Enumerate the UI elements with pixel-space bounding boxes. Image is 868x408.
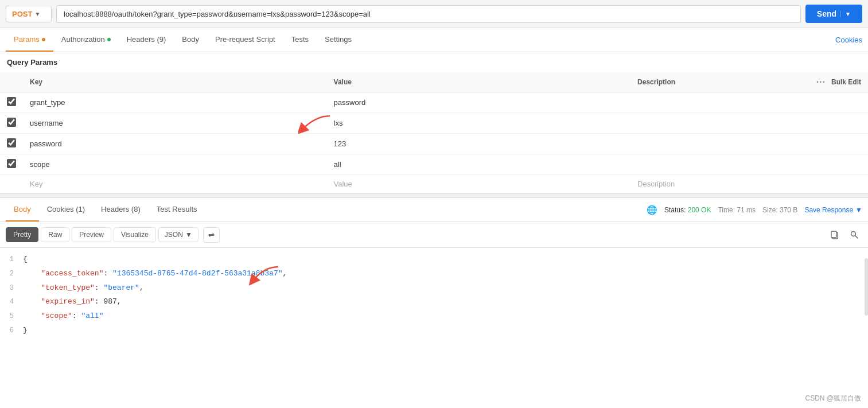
method-chevron-icon: ▼ xyxy=(34,11,40,17)
tab-tests[interactable]: Tests xyxy=(283,28,317,52)
send-button[interactable]: Send ▼ xyxy=(805,5,862,23)
json-brace: { xyxy=(23,255,28,263)
tab-headers[interactable]: Headers (9) xyxy=(119,28,174,52)
table-row: scope all xyxy=(0,154,868,175)
tab-body[interactable]: Body xyxy=(174,28,207,52)
size-value: Size: 370 B xyxy=(762,206,797,214)
code-content: } xyxy=(23,325,868,337)
row-checkbox[interactable] xyxy=(7,159,16,168)
row-desc-cell xyxy=(630,154,868,175)
status-code: 200 OK xyxy=(688,206,711,214)
row-value[interactable]: all xyxy=(334,160,341,169)
row-checkbox[interactable] xyxy=(7,97,16,106)
row-checkbox-cell xyxy=(0,92,23,113)
authorization-dot xyxy=(107,38,111,41)
tab-settings[interactable]: Settings xyxy=(317,28,360,52)
row-desc-cell xyxy=(630,113,868,134)
more-icon[interactable]: ··· xyxy=(816,77,826,87)
format-tabs-row: Pretty Raw Preview Visualize JSON ▼ ⇌ xyxy=(0,222,868,248)
col-description: Description ··· Bulk Edit xyxy=(630,72,868,92)
table-row: grant_type password xyxy=(0,92,868,113)
json-key: "expires_in" xyxy=(41,297,95,306)
fmt-visualize[interactable]: Visualize xyxy=(114,227,156,242)
row-value[interactable]: 123 xyxy=(334,139,347,148)
line-number: 1 xyxy=(0,254,23,265)
line-number: 4 xyxy=(0,297,23,308)
tab-tests-label: Tests xyxy=(291,35,309,44)
json-brace: } xyxy=(23,326,28,335)
response-body-label: Body xyxy=(14,205,31,213)
json-key: "token_type" xyxy=(41,283,95,292)
json-value: "1365345d-8765-47d4-8d2f-563a31a8b3a7" xyxy=(112,269,282,278)
tab-headers-label: Headers (9) xyxy=(127,35,166,44)
tab-prerequest[interactable]: Pre-request Script xyxy=(207,28,283,52)
tab-prerequest-label: Pre-request Script xyxy=(215,35,275,44)
row-key-cell: username xyxy=(23,113,327,134)
table-row: username lxs xyxy=(0,113,868,134)
row-desc-cell xyxy=(630,134,868,154)
json-format-dropdown[interactable]: JSON ▼ xyxy=(158,227,198,242)
params-dot xyxy=(42,38,45,41)
code-content: "access_token": "1365345d-8765-47d4-8d2f… xyxy=(23,268,868,280)
url-input[interactable] xyxy=(56,5,801,23)
empty-value-placeholder[interactable]: Value xyxy=(334,180,352,188)
row-key[interactable]: password xyxy=(30,139,62,148)
right-icons xyxy=(827,227,862,243)
code-content: { xyxy=(23,254,868,266)
json-value: 987 xyxy=(103,297,116,306)
save-response-button[interactable]: Save Response ▼ xyxy=(804,206,862,214)
line-number: 5 xyxy=(0,311,23,322)
row-checkbox[interactable] xyxy=(7,138,16,147)
query-params-section: Query Params Key Value Description ··· B… xyxy=(0,52,868,193)
row-key[interactable]: grant_type xyxy=(30,98,65,107)
response-testresults-label: Test Results xyxy=(157,205,197,213)
empty-key-placeholder[interactable]: Key xyxy=(30,180,42,188)
col-value: Value xyxy=(327,72,631,92)
code-line: 4 "expires_in": 987, xyxy=(0,295,868,309)
row-key[interactable]: scope xyxy=(30,160,50,169)
scrollbar[interactable] xyxy=(865,258,868,316)
tab-settings-label: Settings xyxy=(325,35,352,44)
row-desc-cell xyxy=(630,92,868,113)
search-icon[interactable] xyxy=(846,227,862,243)
tab-authorization[interactable]: Authorization xyxy=(53,28,119,52)
row-value-cell: password xyxy=(327,92,631,113)
save-chevron-icon: ▼ xyxy=(855,206,862,214)
fmt-pretty[interactable]: Pretty xyxy=(6,227,38,242)
row-value[interactable]: password xyxy=(334,98,366,107)
fmt-preview[interactable]: Preview xyxy=(72,227,111,242)
method-select[interactable]: POST ▼ xyxy=(6,6,52,22)
tab-body-label: Body xyxy=(182,35,199,44)
response-section: Body Cookies (1) Headers (8) Test Result… xyxy=(0,198,868,343)
tab-params[interactable]: Params xyxy=(6,28,53,52)
response-tab-testresults[interactable]: Test Results xyxy=(149,198,205,222)
code-line: 1 { xyxy=(0,252,868,267)
svg-rect-1 xyxy=(831,231,836,238)
response-meta: 🌐 Status: 200 OK Time: 71 ms Size: 370 B… xyxy=(647,205,862,215)
row-key-cell: grant_type xyxy=(23,92,327,113)
response-tab-cookies[interactable]: Cookies (1) xyxy=(39,198,93,222)
copy-icon[interactable] xyxy=(827,227,843,243)
line-number: 2 xyxy=(0,269,23,279)
row-checkbox[interactable] xyxy=(7,118,16,127)
json-label: JSON xyxy=(165,231,183,239)
time-value: Time: 71 ms xyxy=(718,206,756,214)
table-row: password 123 xyxy=(0,134,868,154)
json-key: "scope" xyxy=(41,312,72,320)
row-value-cell: lxs xyxy=(327,113,631,134)
col-checkbox xyxy=(0,72,23,92)
response-cookies-label: Cookies (1) xyxy=(47,205,85,213)
code-line: 5 "scope": "all" xyxy=(0,309,868,324)
row-key[interactable]: username xyxy=(30,119,63,127)
code-line: 3 "token_type": "bearer", xyxy=(0,281,868,296)
wrap-lines-button[interactable]: ⇌ xyxy=(203,227,220,243)
cookies-link[interactable]: Cookies xyxy=(835,36,862,44)
response-tab-headers[interactable]: Headers (8) xyxy=(93,198,149,222)
params-table: Key Value Description ··· Bulk Edit xyxy=(0,72,868,193)
fmt-raw[interactable]: Raw xyxy=(41,227,69,242)
svg-line-3 xyxy=(855,236,858,238)
bulk-edit-label[interactable]: Bulk Edit xyxy=(831,78,861,86)
request-tabs: Params Authorization Headers (9) Body Pr… xyxy=(0,28,868,52)
row-value[interactable]: lxs xyxy=(334,119,343,127)
response-tab-body[interactable]: Body xyxy=(6,198,39,222)
